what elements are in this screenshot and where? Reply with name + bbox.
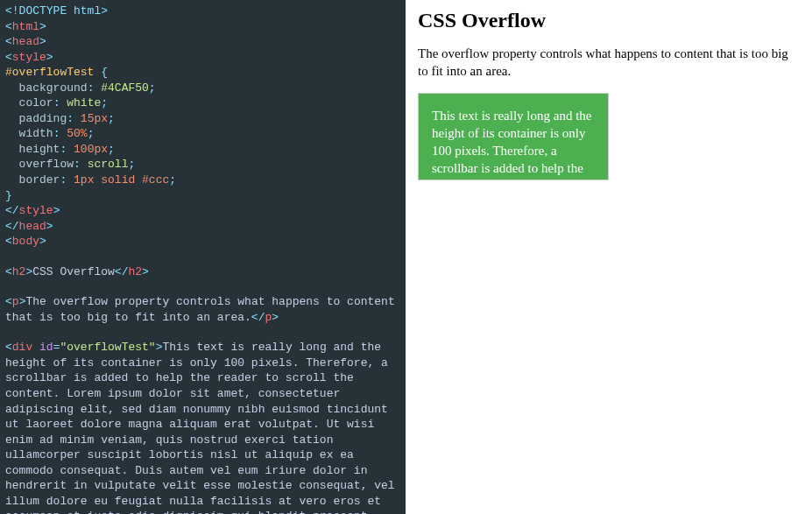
doctype: <!DOCTYPE html> <box>5 4 108 18</box>
body-open-tag: body <box>12 235 39 248</box>
h2-text: CSS Overflow <box>32 265 115 278</box>
prop-height-val: 100px <box>74 143 108 156</box>
prop-bg-name: background <box>19 81 88 95</box>
output-heading: CSS Overflow <box>418 9 800 32</box>
brace-close: } <box>5 189 12 202</box>
code-editor[interactable]: <!DOCTYPE html> <html> <head> <style> #o… <box>0 0 406 514</box>
prop-color-name: color <box>19 96 53 109</box>
prop-height-name: height <box>19 143 60 156</box>
prop-color-val: white <box>67 96 101 109</box>
prop-width-val: 50% <box>67 127 87 140</box>
output-preview: CSS Overflow The overflow property contr… <box>406 0 812 514</box>
p-text: The overflow property controls what happ… <box>5 295 402 324</box>
overflow-test-box[interactable]: This text is really long and the height … <box>418 93 609 180</box>
prop-padding-val: 15px <box>81 112 108 125</box>
style-close-tag: style <box>19 204 53 217</box>
output-paragraph: The overflow property controls what happ… <box>418 45 800 81</box>
brace-open: { <box>101 66 108 79</box>
h2-open-tag: h2 <box>12 265 26 278</box>
div-val: "overflowTest" <box>60 341 155 354</box>
split-view: <!DOCTYPE html> <html> <head> <style> #o… <box>0 0 812 514</box>
prop-width-name: width <box>19 127 53 140</box>
div-text: This text is really long and the height … <box>5 341 402 514</box>
h2-close-tag: h2 <box>128 265 142 278</box>
prop-border-name: border <box>19 173 60 187</box>
prop-bg-val: #4CAF50 <box>101 81 149 95</box>
div-attr: id <box>39 341 53 354</box>
p-open-tag: p <box>12 295 19 308</box>
style-open-tag: style <box>12 51 46 64</box>
prop-overflow-name: overflow <box>19 158 74 171</box>
head-open-tag: head <box>12 35 39 48</box>
div-open-tag: div <box>12 341 32 354</box>
head-close-tag: head <box>19 220 46 233</box>
prop-border-val: 1px solid #ccc <box>74 173 169 187</box>
html-open-tag: html <box>12 20 39 33</box>
prop-padding-name: padding <box>19 112 67 125</box>
prop-overflow-val: scroll <box>88 158 129 171</box>
css-selector: #overflowTest <box>5 66 94 79</box>
